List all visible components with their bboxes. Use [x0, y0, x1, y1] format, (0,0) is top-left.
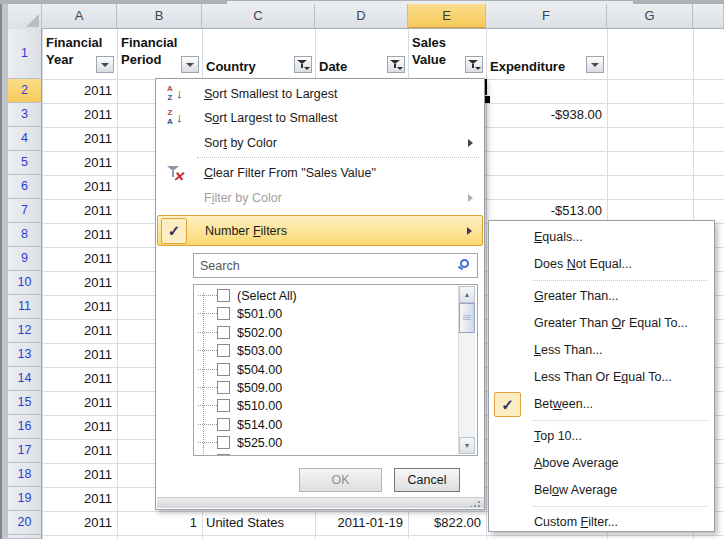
- cell-A10[interactable]: 2011: [46, 271, 112, 295]
- cell-A19[interactable]: 2011: [46, 487, 112, 511]
- row-header-1[interactable]: 1: [8, 29, 42, 79]
- dropdown-button-expenditure[interactable]: [586, 56, 604, 73]
- submenu-item-equals[interactable]: Equals...: [489, 224, 714, 251]
- cell-A3[interactable]: 2011: [46, 103, 112, 127]
- dropdown-button-financial-year[interactable]: [96, 56, 114, 73]
- search-icon[interactable]: [460, 259, 469, 268]
- dropdown-button-financial-period[interactable]: [181, 56, 199, 73]
- row-header-16[interactable]: 16: [8, 415, 42, 439]
- filter-value-item[interactable]: $504.00: [194, 361, 434, 379]
- row-header-17[interactable]: 17: [8, 439, 42, 463]
- filter-button-country[interactable]: [294, 56, 312, 73]
- filter-button-sales-value[interactable]: [465, 56, 483, 73]
- cell-A2[interactable]: 2011: [46, 79, 112, 103]
- header-cell-date[interactable]: Date: [319, 58, 379, 75]
- filter-value-item[interactable]: $514.00: [194, 416, 434, 434]
- checkbox[interactable]: [217, 363, 230, 376]
- row-header-13[interactable]: 13: [8, 343, 42, 367]
- submenu-item-less-than[interactable]: Less Than...: [489, 337, 714, 364]
- header-cell-country[interactable]: Country: [206, 58, 296, 75]
- column-header-A[interactable]: A: [42, 4, 117, 28]
- filter-value-item[interactable]: $510.00: [194, 397, 434, 415]
- column-header-D[interactable]: D: [315, 4, 408, 28]
- cell-A8[interactable]: 2011: [46, 223, 112, 247]
- checkbox[interactable]: [217, 436, 230, 449]
- filter-value-item[interactable]: $503.00: [194, 342, 434, 360]
- row-header-4[interactable]: 4: [8, 127, 42, 151]
- cell-A7[interactable]: 2011: [46, 199, 112, 223]
- row-header-18[interactable]: 18: [8, 463, 42, 487]
- row-header-20[interactable]: 20: [8, 511, 42, 535]
- scroll-down-button[interactable]: ▼: [459, 437, 475, 454]
- checkbox[interactable]: [217, 326, 230, 339]
- menu-item-clear-filter[interactable]: ✕ Clear Filter From "Sales Value": [157, 161, 483, 185]
- cell-D20[interactable]: 2011-01-19: [319, 511, 403, 535]
- checkbox[interactable]: [217, 381, 230, 394]
- checkbox[interactable]: [217, 344, 230, 357]
- checkbox[interactable]: [217, 307, 230, 320]
- scroll-up-button[interactable]: ▲: [459, 286, 475, 303]
- row-header-5[interactable]: 5: [8, 151, 42, 175]
- filter-value-item[interactable]: $525.00: [194, 434, 434, 452]
- submenu-item-does-not-equal[interactable]: Does Not Equal...: [489, 251, 714, 278]
- cell-A14[interactable]: 2011: [46, 367, 112, 391]
- cell-A9[interactable]: 2011: [46, 247, 112, 271]
- checkbox[interactable]: [217, 454, 230, 456]
- cell-B20[interactable]: 1: [121, 511, 197, 535]
- cell-A17[interactable]: 2011: [46, 439, 112, 463]
- column-header-G[interactable]: G: [607, 4, 693, 28]
- filter-value-item[interactable]: $502.00: [194, 324, 434, 342]
- submenu-item-above-average[interactable]: Above Average: [489, 450, 714, 477]
- submenu-item-below-average[interactable]: Below Average: [489, 477, 714, 504]
- row-header-11[interactable]: 11: [8, 295, 42, 319]
- filter-value-item[interactable]: $509.00: [194, 379, 434, 397]
- search-input[interactable]: [198, 256, 452, 276]
- checkbox[interactable]: [217, 399, 230, 412]
- row-header-19[interactable]: 19: [8, 487, 42, 511]
- row-header-2[interactable]: 2: [8, 79, 42, 103]
- row-header-8[interactable]: 8: [8, 223, 42, 247]
- scrollbar-thumb[interactable]: [459, 303, 475, 333]
- resize-grip-icon[interactable]: [470, 497, 482, 507]
- row-header-9[interactable]: 9: [8, 247, 42, 271]
- cell-A20[interactable]: 2011: [46, 511, 112, 535]
- resize-bar[interactable]: [157, 497, 484, 508]
- menu-item-number-filters[interactable]: ✓ Number Filters: [157, 215, 483, 246]
- row-header-12[interactable]: 12: [8, 319, 42, 343]
- menu-item-sort-smallest-to-largest[interactable]: AZ↓ Sort Smallest to Largest: [157, 82, 483, 106]
- cell-C20[interactable]: United States: [206, 511, 310, 535]
- cell-F3[interactable]: -$938.00: [490, 103, 602, 127]
- row-header-3[interactable]: 3: [8, 103, 42, 127]
- cell-A11[interactable]: 2011: [46, 295, 112, 319]
- select-all-corner[interactable]: [8, 4, 42, 29]
- cell-A4[interactable]: 2011: [46, 127, 112, 151]
- checkbox[interactable]: [217, 289, 230, 302]
- ok-button[interactable]: OK: [299, 468, 382, 492]
- row-header-6[interactable]: 6: [8, 175, 42, 199]
- row-header-14[interactable]: 14: [8, 367, 42, 391]
- header-cell-financial-period[interactable]: Financial Period: [121, 34, 181, 68]
- header-cell-sales-value[interactable]: Sales Value: [412, 34, 464, 68]
- cell-A16[interactable]: 2011: [46, 415, 112, 439]
- cell-A13[interactable]: 2011: [46, 343, 112, 367]
- cancel-button[interactable]: Cancel: [394, 468, 460, 492]
- checkbox[interactable]: [217, 418, 230, 431]
- list-scrollbar[interactable]: ▲ ▼: [458, 286, 475, 454]
- menu-item-sort-largest-to-smallest[interactable]: ZA↓ Sort Largest to Smallest: [157, 106, 483, 130]
- cell-E20[interactable]: $822.00: [412, 511, 481, 535]
- column-header-F[interactable]: F: [486, 4, 607, 28]
- cell-A15[interactable]: 2011: [46, 391, 112, 415]
- submenu-item-greater-than-or-equal[interactable]: Greater Than Or Equal To...: [489, 310, 714, 337]
- menu-item-sort-by-color[interactable]: Sort by Color: [157, 131, 483, 155]
- cell-A6[interactable]: 2011: [46, 175, 112, 199]
- filter-value-item[interactable]: $501.00: [194, 305, 434, 323]
- filter-button-date[interactable]: [387, 56, 405, 73]
- submenu-item-greater-than[interactable]: Greater Than...: [489, 283, 714, 310]
- submenu-item-between[interactable]: ✓ Between...: [489, 391, 714, 418]
- row-header-10[interactable]: 10: [8, 271, 42, 295]
- cell-A12[interactable]: 2011: [46, 319, 112, 343]
- column-header-B[interactable]: B: [117, 4, 202, 28]
- row-header-7[interactable]: 7: [8, 199, 42, 223]
- cell-A5[interactable]: 2011: [46, 151, 112, 175]
- column-header-E[interactable]: E: [408, 4, 486, 28]
